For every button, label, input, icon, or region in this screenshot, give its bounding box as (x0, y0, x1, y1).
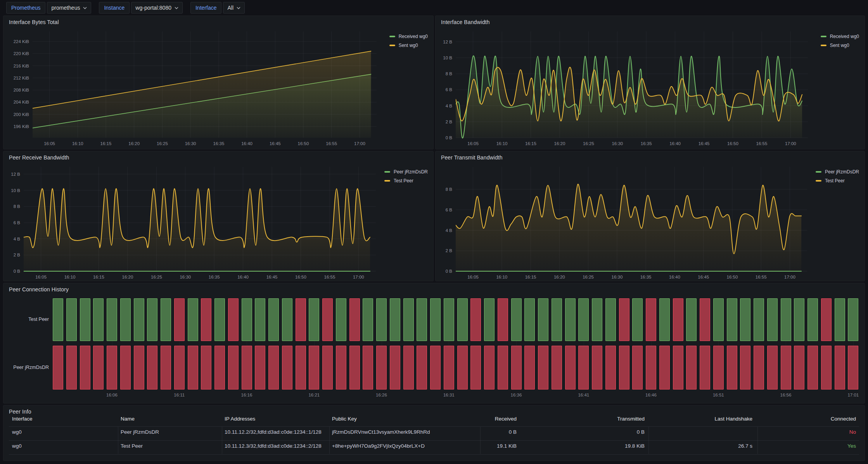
state-bar-disconnected (228, 298, 239, 341)
variable-dropdown-interface[interactable]: All (223, 2, 245, 14)
panel-title-peer-connection-history[interactable]: Peer Connection History (9, 286, 69, 293)
legend-item-received-wg0[interactable]: Received wg0 (389, 34, 428, 39)
state-bar-disconnected (134, 346, 144, 390)
state-bar-connected (605, 298, 616, 341)
y-axis-tick-label: 200 KiB (14, 112, 29, 117)
state-bar-disconnected (296, 346, 306, 390)
x-axis-tick-label: 16:55 (326, 141, 337, 146)
legend-item-label: Peer jRzmDsDR (394, 169, 428, 175)
table-column-divider (757, 427, 758, 454)
y-axis-tick-label: 208 KiB (14, 88, 29, 92)
panel-title-interface-bandwidth[interactable]: Interface Bandwidth (441, 19, 490, 25)
state-bar-connected (727, 298, 737, 341)
chart-bytes-total[interactable]: 196 KiB200 KiB204 KiB208 KiB212 KiB216 K… (3, 16, 434, 150)
state-bar-connected (592, 298, 602, 341)
legend-item-label: Received wg0 (399, 34, 428, 39)
state-bar-disconnected (296, 298, 306, 341)
legend-item-label: Test Peer (394, 178, 413, 184)
table-header-ip-addresses[interactable]: IP Addresses (225, 416, 325, 422)
state-bar-connected (552, 298, 562, 341)
y-axis-tick-label: 12 B (443, 40, 452, 44)
table-header-transmitted[interactable]: Transmitted (617, 416, 645, 422)
y-axis-tick-label: 10 B (11, 188, 20, 193)
legend-swatch-icon (821, 36, 827, 37)
table-header-public-key[interactable]: Public Key (332, 416, 476, 422)
state-bar-disconnected (727, 346, 737, 390)
table-header-interface[interactable]: Interface (12, 416, 33, 422)
state-bar-disconnected (174, 346, 185, 390)
chart-peer-receive-bandwidth[interactable]: 0 B2 B4 B6 B8 B10 B12 B16:0516:1016:1516… (3, 151, 434, 282)
panel-title-peer-info[interactable]: Peer Info (9, 409, 31, 415)
table-cell-received: 0 B (509, 429, 517, 435)
state-bar-connected (107, 298, 117, 341)
timeline-x-tick-label: 16:56 (780, 393, 792, 397)
legend-bytes-total: Received wg0Sent wg0 (389, 34, 428, 48)
state-bar-connected (363, 298, 373, 341)
legend-item-test-peer[interactable]: Test Peer (384, 178, 428, 184)
timeline-x-tick-label: 16:11 (174, 393, 185, 397)
state-bar-disconnected (363, 346, 373, 390)
x-axis-tick-label: 16:30 (185, 141, 196, 146)
state-bar-connected (147, 298, 157, 341)
panel-title-peer-transmit-bandwidth[interactable]: Peer Transmit Bandwidth (441, 154, 503, 161)
variable-dropdown-instance[interactable]: wg-portal:8080 (131, 2, 183, 14)
x-axis-tick-label: 16:45 (270, 141, 281, 146)
state-bar-connected (376, 298, 387, 341)
x-axis-tick-label: 16:20 (122, 275, 133, 279)
plot-area (456, 56, 802, 138)
state-bar-disconnected (470, 298, 481, 341)
legend-item-test-peer[interactable]: Test Peer (816, 178, 859, 184)
table-cell-ip-addresses: 10.11.12.2/32,fdfd:d3ad:c0de:1234::1/128 (225, 429, 325, 435)
state-bar-connected (754, 298, 764, 341)
state-bar-disconnected (444, 346, 454, 390)
table-header-name[interactable]: Name (121, 416, 135, 422)
state-bar-disconnected (619, 346, 629, 390)
legend-item-peer-jrzmdsdr[interactable]: Peer jRzmDsDR (384, 169, 428, 175)
legend-item-label: Sent wg0 (830, 43, 849, 48)
x-axis-tick-label: 16:40 (669, 141, 681, 146)
state-bar-disconnected (107, 346, 117, 390)
y-axis-tick-label: 216 KiB (14, 64, 29, 68)
state-bar-disconnected (673, 298, 683, 341)
timeline-row-label-test-peer: Test Peer (7, 317, 49, 322)
table-header-received[interactable]: Received (495, 416, 517, 422)
state-bar-connected (444, 298, 454, 341)
state-bar-disconnected (93, 346, 104, 390)
state-bar-connected (484, 298, 495, 341)
variable-dropdown-prometheus[interactable]: prometheus (47, 2, 91, 14)
state-bar-disconnected (848, 346, 858, 390)
x-axis-tick-label: 16:15 (93, 275, 104, 279)
legend-item-sent-wg0[interactable]: Sent wg0 (821, 43, 859, 48)
table-header-connected[interactable]: Connected (831, 416, 856, 422)
legend-interface-bandwidth: Received wg0Sent wg0 (821, 34, 859, 48)
state-bar-disconnected (605, 346, 616, 390)
variable-value: wg-portal:8080 (135, 2, 171, 13)
panel-bytes-total: Interface Bytes Total196 KiB200 KiB204 K… (3, 16, 434, 149)
series-fill-1 (24, 189, 370, 271)
state-bar-disconnected (417, 346, 427, 390)
state-bar-disconnected (201, 298, 211, 341)
x-axis-tick-label: 16:10 (72, 141, 83, 146)
chart-interface-bandwidth[interactable]: 0 B2 B4 B6 B8 B10 B12 B16:0516:1016:1516… (436, 16, 865, 150)
timeline-x-tick-label: 16:31 (443, 393, 455, 397)
table-header-last-handshake[interactable]: Last Handshake (714, 416, 752, 422)
state-bar-disconnected (498, 298, 508, 341)
state-bar-disconnected (309, 346, 319, 390)
legend-item-received-wg0[interactable]: Received wg0 (821, 34, 859, 39)
plot-area (24, 189, 370, 271)
chart-peer-transmit-bandwidth[interactable]: 0 B2 B4 B6 B8 B16:0516:1016:1516:2016:25… (436, 151, 865, 282)
legend-item-sent-wg0[interactable]: Sent wg0 (389, 43, 428, 48)
y-axis-tick-label: 196 KiB (14, 124, 29, 129)
panel-title-peer-receive-bandwidth[interactable]: Peer Receive Bandwidth (9, 154, 69, 161)
y-axis-tick-label: 6 B (446, 208, 453, 212)
panel-title-bytes-total[interactable]: Interface Bytes Total (9, 19, 59, 25)
x-axis-tick-label: 16:20 (128, 141, 140, 146)
timeline-x-tick-label: 16:36 (511, 393, 522, 397)
legend-item-peer-jrzmdsdr[interactable]: Peer jRzmDsDR (816, 169, 859, 175)
state-bar-disconnected (336, 346, 346, 390)
y-axis-tick-label: 0 B (14, 269, 21, 274)
x-axis-tick-label: 16:25 (157, 141, 168, 146)
timeline-x-tick-label: 16:51 (713, 393, 724, 397)
table-cell-connected: Yes (847, 443, 856, 449)
legend-item-label: Received wg0 (830, 34, 859, 39)
